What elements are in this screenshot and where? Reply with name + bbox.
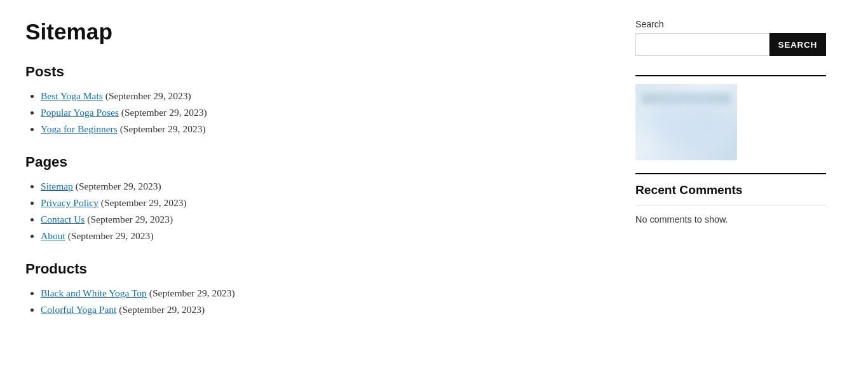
recent-comments-section: Recent Comments No comments to show. <box>635 173 826 225</box>
no-comments-text: No comments to show. <box>635 214 826 225</box>
list-item-link-0-0[interactable]: Best Yoga Mats <box>41 90 103 101</box>
list-item: Black and White Yoga Top (September 29, … <box>41 287 597 299</box>
sections-container: PostsBest Yoga Mats (September 29, 2023)… <box>25 64 597 315</box>
list-item: Best Yoga Mats (September 29, 2023) <box>41 90 597 102</box>
list-item-date: (September 29, 2023) <box>65 230 154 241</box>
list-item-link-0-1[interactable]: Popular Yoga Poses <box>41 107 119 118</box>
main-content: Sitemap PostsBest Yoga Mats (September 2… <box>25 13 597 328</box>
page-title: Sitemap <box>25 19 597 45</box>
search-label: Search <box>635 19 826 29</box>
search-row: SEARCH <box>635 33 826 56</box>
list-item: Yoga for Beginners (September 29, 2023) <box>41 123 597 135</box>
list-item: Colorful Yoga Pant (September 29, 2023) <box>41 304 597 315</box>
list-item-date: (September 29, 2023) <box>147 287 235 298</box>
comments-divider <box>635 173 826 174</box>
search-input[interactable] <box>635 33 770 56</box>
search-button[interactable]: SEARCH <box>770 33 826 56</box>
sidebar: Search SEARCH Recent Comments No comment… <box>635 13 826 328</box>
list-item: Popular Yoga Poses (September 29, 2023) <box>41 107 597 118</box>
list-item-date: (September 29, 2023) <box>73 181 161 191</box>
page-wrapper: Sitemap PostsBest Yoga Mats (September 2… <box>0 0 868 341</box>
list-item-date: (September 29, 2023) <box>119 107 207 118</box>
list-item-link-2-0[interactable]: Black and White Yoga Top <box>41 287 147 298</box>
recent-comments-title: Recent Comments <box>635 183 826 197</box>
list-item-date: (September 29, 2023) <box>85 214 173 225</box>
list-item-date: (September 29, 2023) <box>98 197 187 208</box>
list-item: About (September 29, 2023) <box>41 230 597 242</box>
section-heading-1: Pages <box>25 154 597 170</box>
search-section: Search SEARCH <box>635 19 826 56</box>
section-list-0: Best Yoga Mats (September 29, 2023)Popul… <box>25 90 597 135</box>
blurred-text <box>642 93 731 104</box>
section-heading-0: Posts <box>25 64 597 80</box>
sidebar-image-section <box>635 75 826 160</box>
recent-comments-inner-divider <box>635 205 826 205</box>
section-list-2: Black and White Yoga Top (September 29, … <box>25 287 597 315</box>
section-list-1: Sitemap (September 29, 2023)Privacy Poli… <box>25 181 597 242</box>
list-item-date: (September 29, 2023) <box>103 90 191 101</box>
list-item-link-2-1[interactable]: Colorful Yoga Pant <box>41 304 116 315</box>
list-item: Privacy Policy (September 29, 2023) <box>41 197 597 209</box>
list-item-link-1-0[interactable]: Sitemap <box>41 181 73 191</box>
section-heading-2: Products <box>25 261 597 277</box>
list-item-link-1-2[interactable]: Contact Us <box>41 214 85 225</box>
list-item-link-0-2[interactable]: Yoga for Beginners <box>41 123 118 134</box>
list-item-date: (September 29, 2023) <box>118 123 206 134</box>
list-item-date: (September 29, 2023) <box>116 304 205 315</box>
list-item-link-1-3[interactable]: About <box>41 230 65 241</box>
sidebar-image <box>635 84 737 160</box>
list-item: Contact Us (September 29, 2023) <box>41 214 597 225</box>
list-item-link-1-1[interactable]: Privacy Policy <box>41 197 98 208</box>
list-item: Sitemap (September 29, 2023) <box>41 181 597 192</box>
